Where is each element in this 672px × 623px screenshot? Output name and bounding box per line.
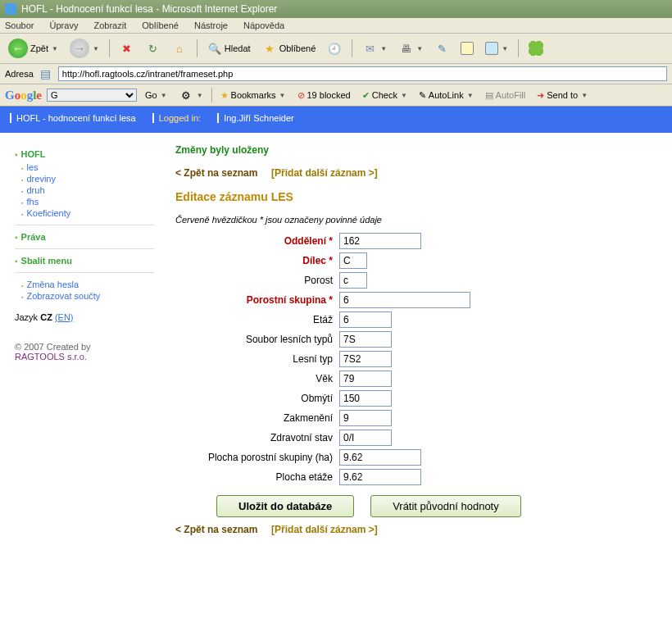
ie-icon — [5, 3, 16, 15]
google-logo: Google — [5, 89, 42, 102]
refresh-button[interactable]: ↻ — [143, 39, 164, 57]
label-porostni-skupina: Porostní skupina * — [175, 294, 339, 306]
label-soubor-lesnich-typu: Soubor lesních typů — [175, 334, 339, 345]
chevron-down-icon: ▼ — [52, 45, 58, 52]
print-icon: 🖶 — [398, 41, 413, 56]
input-dilec[interactable] — [339, 252, 367, 269]
google-check-button[interactable]: ✔ Check▼ — [359, 89, 411, 102]
edit-icon: ✎ — [434, 41, 449, 56]
input-vek[interactable] — [339, 371, 392, 387]
forward-button[interactable]: → ▼ — [66, 37, 102, 60]
input-oddeleni[interactable] — [339, 233, 421, 249]
print-button[interactable]: 🖶▼ — [395, 39, 426, 57]
reset-button[interactable]: Vrátit původní hodnoty — [370, 495, 521, 517]
input-soubor-lesnich-typu[interactable] — [339, 331, 392, 348]
wand-icon: ✎ — [419, 90, 426, 101]
menubar: Soubor Úpravy Zobrazit Oblíbené Nástroje… — [0, 18, 672, 34]
google-blocked-button[interactable]: ⊘ 19 blocked — [294, 89, 354, 102]
sidebar: HOFL les dreviny druh fhs Koeficienty Pr… — [0, 133, 164, 592]
stop-button[interactable]: ✖ — [116, 39, 138, 57]
icq-button[interactable] — [525, 39, 547, 57]
required-note: Červeně hvězdičkou * jsou označeny povin… — [175, 215, 661, 225]
blocked-icon: ⊘ — [297, 90, 305, 101]
input-plocha-etaze[interactable] — [339, 469, 421, 485]
input-zdravotni-stav[interactable] — [339, 430, 392, 446]
sidebar-item-dreviny[interactable]: dreviny — [21, 174, 154, 184]
saved-message: Změny byly uloženy — [175, 144, 661, 156]
google-bookmarks-button[interactable]: ★ Bookmarks▼ — [217, 89, 289, 102]
save-button[interactable]: Uložit do databáze — [216, 495, 354, 517]
input-etaz[interactable] — [339, 312, 392, 328]
back-to-list-link-bottom[interactable]: < Zpět na seznam — [175, 524, 257, 535]
mail-button[interactable]: ✉▼ — [359, 39, 390, 57]
google-go-button[interactable]: Go▼ — [142, 89, 170, 101]
menu-soubor[interactable]: Soubor — [5, 20, 34, 30]
autofill-icon: ▤ — [485, 90, 493, 101]
messenger-button[interactable] — [457, 40, 477, 57]
app-title: HOFL - hodnocení funkcí lesa — [10, 113, 136, 123]
navline-bottom: < Zpět na seznam [Přidat další záznam >] — [175, 524, 661, 535]
edit-button[interactable]: ✎ — [431, 39, 452, 57]
language-switch: Jazyk CZ (EN) — [15, 312, 154, 322]
form-title: Editace záznamu LES — [175, 190, 661, 203]
lang-label: Jazyk — [15, 312, 38, 322]
input-zakmeneni[interactable] — [339, 410, 392, 426]
gear-icon: ⚙ — [179, 88, 193, 102]
label-obmyti: Obmýtí — [175, 393, 339, 404]
input-porostni-skupina[interactable] — [339, 292, 470, 308]
sidebar-head-hofl[interactable]: HOFL — [15, 149, 154, 159]
google-toolbar: Google G Go▼ ⚙▼ ★ Bookmarks▼ ⊘ 19 blocke… — [0, 84, 672, 107]
mail-icon: ✉ — [362, 41, 377, 56]
google-settings-button[interactable]: ⚙▼ — [175, 87, 207, 103]
sidebar-item-zmena-hesla[interactable]: Změna hesla — [21, 280, 154, 289]
main: Změny byly uloženy < Zpět na seznam [Při… — [164, 133, 672, 592]
check-icon: ✔ — [362, 90, 370, 101]
back-to-list-link[interactable]: < Zpět na seznam — [175, 167, 257, 179]
label-dilec: Dílec * — [175, 255, 339, 266]
menu-upravy[interactable]: Úpravy — [50, 20, 79, 30]
search-icon: 🔍 — [207, 41, 222, 56]
sidebar-item-fhs[interactable]: fhs — [21, 197, 154, 207]
star-icon: ★ — [262, 41, 277, 56]
window-titlebar: HOFL - Hodnocení funkcí lesa - Microsoft… — [0, 0, 672, 18]
menu-napoveda[interactable]: Nápověda — [243, 20, 284, 30]
label-zakmeneni: Zakmenění — [175, 412, 339, 424]
sidebar-item-zobrazovat-soucty[interactable]: Zobrazovat součty — [21, 291, 154, 301]
input-porost[interactable] — [339, 272, 367, 289]
google-autofill-button[interactable]: ▤ AutoFill — [482, 89, 529, 102]
google-search-select[interactable]: G — [47, 89, 137, 102]
content: HOFL les dreviny druh fhs Koeficienty Pr… — [0, 133, 672, 592]
address-bar: Adresa ▤ — [0, 64, 672, 84]
input-lesni-typ[interactable] — [339, 351, 392, 367]
sidebar-head-sbalit[interactable]: Sbalit menu — [15, 256, 154, 266]
app-bar: HOFL - hodnocení funkcí lesa Logged in: … — [0, 107, 672, 133]
lang-alt-link[interactable]: (EN) — [55, 312, 74, 322]
search-button[interactable]: 🔍 Hledat — [204, 39, 254, 57]
menu-nastroje[interactable]: Nástroje — [194, 20, 228, 30]
sidebar-item-les[interactable]: les — [21, 162, 154, 172]
navline-top: < Zpět na seznam [Přidat další záznam >] — [175, 167, 661, 179]
menu-zobrazit[interactable]: Zobrazit — [93, 20, 126, 30]
label-etaz: Etáž — [175, 314, 339, 325]
research-button[interactable]: ▼ — [482, 40, 511, 57]
credit-link[interactable]: RAGTOOLS s.r.o. — [15, 352, 87, 362]
input-obmyti[interactable] — [339, 390, 392, 407]
credit-prefix: © 2007 Created by — [15, 342, 91, 352]
add-record-link[interactable]: [Přidat další záznam >] — [271, 167, 378, 179]
browser-toolbar: ← Zpět ▼ → ▼ ✖ ↻ ⌂ 🔍 Hledat ★ Oblíbené 🕘… — [0, 34, 672, 64]
back-button[interactable]: ← Zpět ▼ — [5, 37, 61, 60]
sidebar-head-prava[interactable]: Práva — [15, 232, 154, 242]
history-button[interactable]: 🕘 — [324, 39, 345, 57]
window-title: HOFL - Hodnocení funkcí lesa - Microsoft… — [21, 3, 277, 15]
google-autolink-button[interactable]: ✎ AutoLink▼ — [415, 89, 477, 102]
sidebar-item-druh[interactable]: druh — [21, 185, 154, 195]
home-button[interactable]: ⌂ — [169, 39, 190, 57]
add-record-link-bottom[interactable]: [Přidat další záznam >] — [271, 524, 378, 535]
google-sendto-button[interactable]: ➜ Send to▼ — [534, 89, 591, 102]
input-plocha-skupiny[interactable] — [339, 449, 421, 466]
sidebar-item-koeficienty[interactable]: Koeficienty — [21, 208, 154, 218]
address-input[interactable] — [58, 66, 667, 81]
stop-icon: ✖ — [120, 41, 134, 56]
favorites-button[interactable]: ★ Oblíbené — [259, 39, 320, 57]
menu-oblibene[interactable]: Oblíbené — [142, 20, 179, 30]
